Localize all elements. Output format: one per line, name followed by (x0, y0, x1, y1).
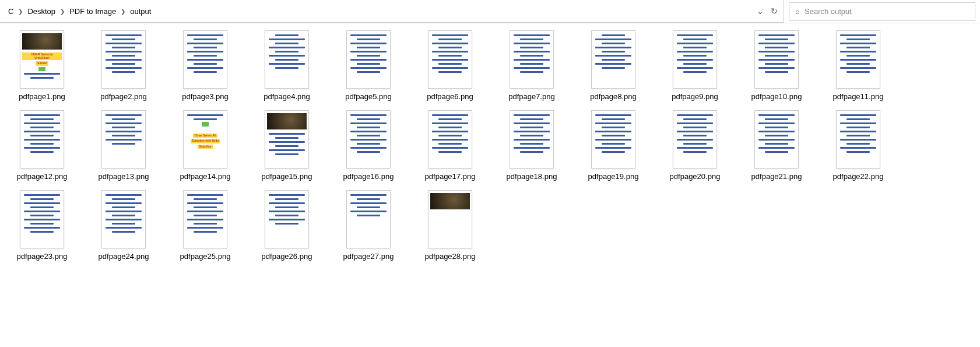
thumb-text-line (520, 38, 544, 40)
thumb-text-line (683, 127, 707, 128)
thumb-highlight-text (202, 122, 209, 127)
file-item[interactable]: pdfpage11.png (820, 30, 897, 101)
file-item[interactable]: pdfpage8.png (575, 30, 652, 101)
thumb-text-line (187, 59, 223, 61)
refresh-icon[interactable]: ↻ (771, 6, 778, 16)
thumb-text-line (840, 59, 876, 61)
thumb-text-line (432, 67, 468, 69)
search-input[interactable] (805, 7, 969, 16)
thumb-text-line (187, 211, 223, 212)
file-item[interactable]: pdfpage17.png (412, 110, 489, 181)
thumb-text-line (840, 122, 876, 124)
file-item[interactable]: pdfpage6.png (412, 30, 489, 101)
thumb-text-line (106, 114, 141, 116)
thumb-text-line (758, 59, 794, 61)
thumb-text-line (357, 127, 381, 128)
thumb-text-line (30, 135, 54, 136)
file-item[interactable]: pdfpage12.png (3, 110, 80, 181)
file-item[interactable]: pdfpage28.png (412, 190, 489, 261)
file-item[interactable]: pdfpage3.png (167, 30, 244, 101)
file-item[interactable]: pdfpage15.png (248, 110, 325, 181)
thumb-text-line (432, 51, 468, 52)
file-thumbnail (673, 110, 717, 169)
thumb-text-line (432, 43, 468, 44)
file-item[interactable]: pdfpage5.png (330, 30, 407, 101)
thumb-text-line (350, 34, 386, 36)
thumb-text-line (194, 223, 217, 225)
address-dropdown-icon[interactable]: ⌄ (757, 6, 764, 16)
file-item[interactable]: pdfpage27.png (330, 190, 407, 261)
file-item[interactable]: OMAR Series in Urdu/Hindi dubbed pdfpage… (3, 30, 80, 101)
thumb-text-line (438, 63, 462, 65)
file-item[interactable]: pdfpage21.png (738, 110, 815, 181)
thumb-text-line (30, 151, 54, 153)
file-name: pdfpage11.png (833, 92, 884, 101)
thumb-text-line (357, 206, 381, 208)
thumb-text-line (112, 127, 136, 128)
chevron-right-icon[interactable]: ❯ (59, 8, 66, 15)
thumb-text-line (357, 38, 381, 40)
file-item[interactable]: pdfpage18.png (493, 110, 570, 181)
file-item[interactable]: pdfpage22.png (820, 110, 897, 181)
thumb-text-line (24, 131, 59, 132)
thumb-text-line (432, 59, 468, 61)
thumb-text-line (24, 202, 59, 204)
file-item[interactable]: pdfpage16.png (330, 110, 407, 181)
thumb-text-line (595, 63, 631, 65)
thumb-text-line (595, 139, 631, 141)
thumb-text-line (438, 71, 462, 73)
thumb-highlight-text: Subtitles (198, 145, 212, 149)
crumb-c[interactable]: C (5, 7, 17, 16)
file-thumbnail (101, 30, 146, 89)
file-item[interactable]: pdfpage2.png (85, 30, 162, 101)
file-pane[interactable]: OMAR Series in Urdu/Hindi dubbed pdfpage… (0, 23, 980, 277)
thumb-text-line (677, 34, 712, 36)
file-item[interactable]: pdfpage7.png (493, 30, 570, 101)
file-item[interactable]: pdfpage10.png (738, 30, 815, 101)
crumb-output[interactable]: output (127, 7, 154, 16)
file-item[interactable]: pdfpage4.png (248, 30, 325, 101)
crumb-pdf-to-image[interactable]: PDF to Image (66, 7, 120, 16)
chevron-right-icon[interactable]: ❯ (120, 8, 127, 15)
file-item[interactable]: pdfpage24.png (85, 190, 162, 261)
file-name: pdfpage5.png (345, 92, 392, 101)
thumb-text-line (765, 63, 789, 65)
file-item[interactable]: pdfpage23.png (3, 190, 80, 261)
file-item[interactable]: pdfpage20.png (656, 110, 733, 181)
thumb-text-line (758, 114, 794, 116)
thumb-text-line (602, 67, 626, 69)
thumb-text-line (269, 141, 304, 143)
file-thumbnail (428, 30, 472, 89)
thumb-text-line (187, 67, 223, 69)
thumb-text-line (602, 143, 626, 145)
file-name: pdfpage10.png (751, 92, 802, 101)
file-item[interactable]: pdfpage13.png (85, 110, 162, 181)
thumb-text-line (112, 71, 136, 73)
thumb-text-line (24, 114, 59, 116)
thumb-text-line (438, 143, 462, 145)
file-item[interactable]: pdfpage26.png (248, 190, 325, 261)
address-bar[interactable]: C ❯ Desktop ❯ PDF to Image ❯ output ⌄ ↻ (0, 0, 784, 23)
search-box[interactable]: ⌕ (789, 2, 975, 21)
thumb-text-line (683, 135, 707, 136)
thumb-text-line (840, 139, 876, 141)
file-item[interactable]: pdfpage19.png (575, 110, 652, 181)
file-item[interactable]: pdfpage9.png (656, 30, 733, 101)
thumb-text-line (194, 63, 217, 65)
file-thumbnail (836, 30, 880, 89)
thumb-text-line (846, 38, 870, 40)
file-name: pdfpage12.png (17, 172, 68, 181)
thumb-text-line (24, 211, 59, 212)
chevron-right-icon[interactable]: ❯ (17, 8, 24, 15)
thumb-text-line (514, 139, 549, 141)
file-item[interactable]: Omar Series All Episodes with Urdu Subti… (167, 110, 244, 181)
thumb-text-line (106, 219, 141, 220)
file-name: pdfpage3.png (182, 92, 229, 101)
thumb-text-line (846, 135, 870, 136)
crumb-desktop[interactable]: Desktop (24, 7, 59, 16)
thumb-text-line (357, 135, 381, 136)
file-name: pdfpage23.png (17, 252, 68, 261)
thumb-text-line (840, 114, 876, 116)
file-item[interactable]: pdfpage25.png (167, 190, 244, 261)
thumb-text-line (514, 51, 549, 52)
